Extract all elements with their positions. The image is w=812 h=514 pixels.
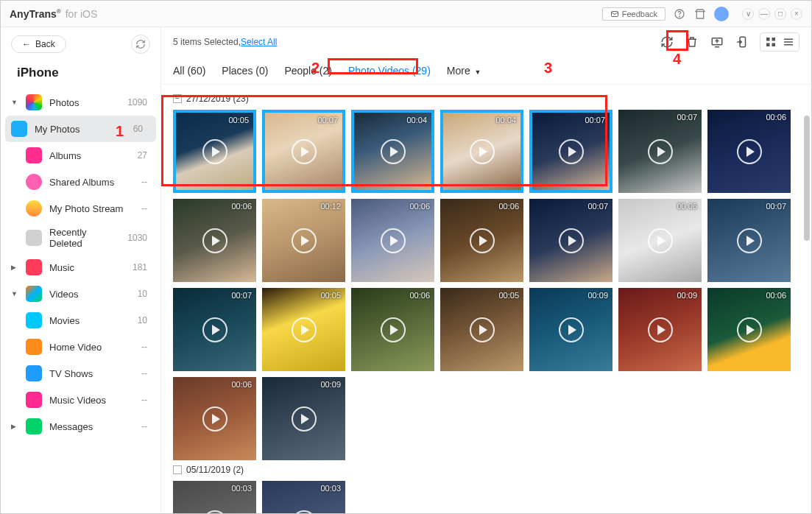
video-thumbnail[interactable]: 00:05: [262, 288, 345, 371]
sidebar-item-music-videos[interactable]: Music Videos--: [1, 387, 160, 413]
sidebar-item-label: Albums: [49, 150, 81, 161]
video-thumbnail[interactable]: 00:07: [173, 288, 256, 371]
video-thumbnail[interactable]: 00:07: [707, 199, 791, 282]
play-icon: [559, 228, 584, 253]
duration-label: 00:05: [320, 291, 341, 300]
tab-more[interactable]: More ▼: [447, 65, 481, 77]
sidebar-item-photos[interactable]: ▼Photos1090: [1, 89, 160, 116]
video-thumbnail[interactable]: 00:07: [262, 110, 345, 193]
sidebar-item-count: 1030: [127, 233, 147, 243]
window-close-button[interactable]: ×: [791, 8, 802, 20]
video-thumbnail[interactable]: 00:06: [707, 110, 791, 193]
sidebar-item-messages[interactable]: ▶Messages--: [1, 413, 160, 440]
sidebar-item-my-photo-stream[interactable]: My Photo Stream--: [1, 195, 160, 222]
video-thumbnail[interactable]: 00:06: [618, 199, 702, 282]
play-icon: [292, 228, 317, 253]
date-group-header[interactable]: 05/11/2019 (2): [173, 460, 799, 481]
content-toolbar: 5 items Selected, Select All: [161, 27, 811, 57]
select-all-link[interactable]: Select All: [241, 37, 277, 47]
sidebar-item-count: --: [141, 421, 147, 432]
ico-homevid-icon: [26, 339, 42, 355]
gift-icon[interactable]: [693, 7, 707, 21]
window-minimize-button[interactable]: —: [758, 8, 770, 20]
video-thumbnail[interactable]: 00:09: [618, 288, 702, 371]
play-icon: [202, 139, 227, 164]
sidebar-item-label: Home Video: [49, 342, 102, 353]
sidebar-item-tv-shows[interactable]: TV Shows--: [1, 360, 160, 387]
video-thumbnail[interactable]: 00:06: [440, 199, 523, 282]
duration-label: 00:09: [587, 291, 608, 300]
refresh-button[interactable]: [131, 35, 150, 54]
sidebar-item-label: Movies: [49, 315, 80, 326]
video-thumbnail[interactable]: 00:03: [262, 481, 345, 513]
video-thumbnail[interactable]: 00:03: [173, 481, 256, 513]
view-toggle[interactable]: [760, 32, 799, 52]
sidebar-item-label: Music Videos: [49, 395, 106, 406]
sidebar-item-movies[interactable]: Movies10: [1, 307, 160, 334]
to-device-icon[interactable]: [735, 35, 749, 49]
chevron-icon: ▼: [11, 290, 18, 298]
sidebar: ← Back iPhone ▼Photos1090My Photos60Albu…: [1, 27, 161, 513]
sidebar-item-videos[interactable]: ▼Videos10: [1, 281, 160, 307]
duration-label: 00:04: [495, 116, 516, 124]
sidebar-item-recently-deleted[interactable]: Recently Deleted1030: [1, 222, 160, 254]
list-view-icon[interactable]: [781, 35, 796, 49]
selection-count: 5 items Selected,: [173, 37, 241, 47]
user-avatar[interactable]: [714, 7, 729, 21]
video-thumbnail[interactable]: 00:09: [529, 288, 612, 371]
sidebar-item-label: My Photos: [35, 124, 80, 135]
svg-rect-5: [766, 38, 770, 41]
video-thumbnail[interactable]: 00:06: [351, 199, 434, 282]
to-pc-icon[interactable]: [710, 35, 724, 49]
video-thumbnail[interactable]: 00:07: [529, 199, 612, 282]
grid-view-icon[interactable]: [763, 35, 778, 49]
sidebar-item-home-video[interactable]: Home Video--: [1, 334, 160, 360]
photo-grid-area[interactable]: −27/12/2019 (23)00:0500:0700:0400:0400:0…: [161, 85, 811, 513]
sidebar-item-music[interactable]: ▶Music181: [1, 254, 160, 281]
ico-messages-icon: [26, 418, 42, 434]
video-thumbnail[interactable]: 00:06: [351, 288, 434, 371]
date-group-header[interactable]: −27/12/2019 (23): [173, 89, 799, 110]
refresh-icon[interactable]: [660, 35, 674, 49]
group-checkbox[interactable]: [173, 465, 182, 474]
video-thumbnail[interactable]: 00:05: [440, 288, 523, 371]
help-icon[interactable]: [673, 7, 686, 21]
delete-icon[interactable]: [685, 35, 699, 49]
sidebar-item-count: --: [141, 368, 147, 379]
video-thumbnail[interactable]: 00:06: [173, 199, 256, 282]
tab-all[interactable]: All (60): [173, 65, 205, 77]
sidebar-item-albums[interactable]: Albums27: [1, 142, 160, 169]
group-date-label: 27/12/2019 (23): [186, 94, 249, 104]
duration-label: 00:06: [231, 380, 252, 389]
sidebar-item-my-photos[interactable]: My Photos60: [5, 116, 156, 142]
video-thumbnail[interactable]: 00:07: [529, 110, 612, 193]
play-icon: [737, 139, 762, 164]
video-thumbnail[interactable]: 00:04: [351, 110, 434, 193]
app-brand: AnyTrans®: [10, 8, 61, 20]
tab-people[interactable]: People (2): [284, 65, 332, 77]
window-menu-button[interactable]: ∨: [742, 8, 754, 20]
back-button[interactable]: ← Back: [11, 35, 66, 53]
feedback-button[interactable]: Feedback: [602, 7, 666, 21]
duration-label: 00:09: [320, 380, 341, 389]
group-checkbox[interactable]: −: [173, 94, 182, 103]
tab-places[interactable]: Places (0): [222, 65, 268, 77]
duration-label: 00:06: [677, 202, 697, 211]
scrollbar[interactable]: [804, 116, 810, 241]
video-thumbnail[interactable]: 00:05: [173, 110, 256, 193]
video-thumbnail[interactable]: 00:12: [262, 199, 345, 282]
tab-photo[interactable]: Photo Videos (29): [348, 65, 431, 77]
video-thumbnail[interactable]: 00:04: [440, 110, 523, 193]
ico-music-icon: [26, 259, 42, 275]
duration-label: 00:06: [231, 202, 252, 211]
video-thumbnail[interactable]: 00:06: [707, 288, 791, 371]
sidebar-item-count: 27: [138, 150, 147, 161]
video-thumbnail[interactable]: 00:07: [618, 110, 702, 193]
ico-myphotos-icon: [11, 121, 27, 137]
video-thumbnail[interactable]: 00:06: [173, 377, 256, 460]
play-icon: [292, 406, 317, 432]
video-thumbnail[interactable]: 00:09: [262, 377, 345, 460]
window-maximize-button[interactable]: □: [774, 8, 786, 20]
sidebar-item-shared-albums[interactable]: Shared Albums--: [1, 169, 160, 195]
titlebar: AnyTrans® for iOS Feedback ∨ — □ ×: [1, 1, 811, 27]
